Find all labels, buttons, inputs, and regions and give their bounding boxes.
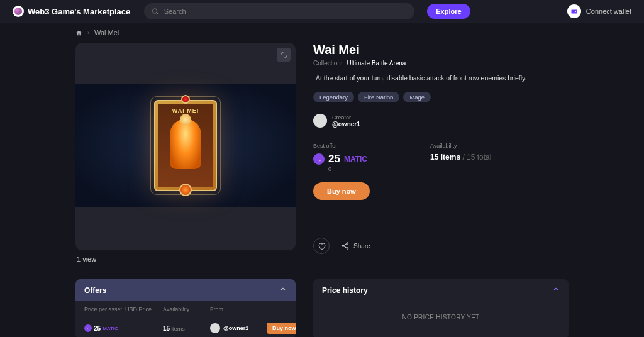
heart-icon bbox=[318, 242, 326, 250]
best-offer-value: 25 bbox=[328, 153, 340, 165]
table-row: 25 MATIC --- 15items @owner1 Buy now bbox=[75, 318, 296, 337]
cell-price-currency: MATIC bbox=[103, 326, 118, 331]
tag-faction[interactable]: Fire Nation bbox=[358, 92, 399, 102]
availability-stat: Availability 15 items / 15 total bbox=[430, 143, 491, 172]
tag-rarity[interactable]: Legendary bbox=[313, 92, 354, 102]
svg-line-1 bbox=[157, 13, 158, 14]
view-count: 1 view bbox=[75, 250, 296, 268]
cell-price-value: 25 bbox=[94, 325, 101, 332]
share-icon bbox=[341, 241, 350, 250]
media-card: WAI MEI bbox=[75, 43, 296, 250]
connect-wallet-label: Connect wallet bbox=[586, 8, 631, 15]
offers-title: Offers bbox=[84, 286, 106, 295]
svg-point-2 bbox=[347, 243, 348, 244]
tag-class[interactable]: Mage bbox=[403, 92, 431, 102]
nft-image: WAI MEI bbox=[75, 84, 296, 207]
card-artwork: WAI MEI bbox=[154, 100, 217, 191]
creator-avatar bbox=[313, 114, 327, 128]
cell-usd: --- bbox=[125, 325, 163, 332]
logo-icon bbox=[13, 6, 24, 17]
creator-handle: @owner1 bbox=[332, 121, 360, 128]
brand-text: Web3 Game's Marketplace bbox=[28, 7, 130, 16]
price-history-panel: Price history NO PRICE HISTORY YET bbox=[313, 279, 569, 337]
svg-point-3 bbox=[342, 245, 343, 246]
collection-line: Collection: Ultimate Battle Arena bbox=[313, 60, 569, 67]
search-container[interactable] bbox=[144, 3, 414, 19]
no-price-history: NO PRICE HISTORY YET bbox=[313, 301, 569, 333]
connect-wallet[interactable]: Connect wallet bbox=[567, 4, 631, 18]
offers-table-head: Price per asset USD Price Availability F… bbox=[75, 301, 296, 318]
share-label: Share bbox=[353, 243, 370, 250]
best-offer-currency: MATIC bbox=[344, 155, 367, 163]
availability-label: Availability bbox=[430, 143, 491, 149]
avatar bbox=[210, 323, 220, 333]
creator-label: Creator bbox=[332, 114, 360, 121]
col-usd: USD Price bbox=[125, 306, 163, 312]
price-history-header[interactable]: Price history bbox=[313, 279, 569, 301]
row-buy-button[interactable]: Buy now bbox=[267, 323, 296, 334]
svg-point-0 bbox=[153, 9, 157, 13]
svg-point-4 bbox=[347, 248, 348, 249]
header: Web3 Game's Marketplace Explore Connect … bbox=[0, 0, 644, 23]
search-input[interactable] bbox=[164, 8, 408, 15]
best-offer-label: Best offer bbox=[313, 143, 367, 149]
collection-label: Collection: bbox=[313, 60, 343, 67]
breadcrumb: › Wai Mei bbox=[0, 23, 644, 43]
expand-button[interactable] bbox=[277, 48, 291, 62]
cell-from[interactable]: @owner1 bbox=[210, 323, 267, 333]
item-title: Wai Mei bbox=[313, 43, 569, 57]
wallet-icon bbox=[567, 4, 581, 18]
offers-panel: Offers Price per asset USD Price Availab… bbox=[75, 279, 296, 337]
share-button[interactable]: Share bbox=[341, 241, 370, 250]
from-handle: @owner1 bbox=[223, 325, 248, 331]
offers-header[interactable]: Offers bbox=[75, 279, 296, 301]
chevron-right-icon: › bbox=[87, 30, 89, 36]
col-price: Price per asset bbox=[84, 306, 125, 312]
best-offer-usd: 0 bbox=[328, 166, 367, 172]
home-icon[interactable] bbox=[75, 30, 82, 36]
col-availability: Availability bbox=[163, 306, 210, 312]
search-icon bbox=[152, 8, 158, 15]
explore-button[interactable]: Explore bbox=[427, 4, 470, 19]
favorite-button[interactable] bbox=[313, 238, 330, 254]
brand-logo[interactable]: Web3 Game's Marketplace bbox=[13, 6, 130, 17]
item-description: At the start of your turn, disable basic… bbox=[313, 74, 569, 82]
chevron-up-icon[interactable] bbox=[552, 285, 560, 295]
availability-items: 15 items bbox=[430, 153, 460, 162]
svg-line-5 bbox=[344, 244, 347, 246]
col-from: From bbox=[210, 306, 267, 312]
chevron-up-icon[interactable] bbox=[279, 285, 287, 295]
buy-now-button[interactable]: Buy now bbox=[313, 182, 370, 200]
collection-name[interactable]: Ultimate Battle Arena bbox=[347, 60, 406, 67]
price-history-title: Price history bbox=[322, 286, 368, 295]
creator-row[interactable]: Creator @owner1 bbox=[313, 114, 569, 128]
cell-availability: 15items bbox=[163, 325, 210, 332]
cell-price: 25 MATIC bbox=[84, 324, 125, 332]
polygon-icon bbox=[84, 324, 92, 332]
polygon-icon bbox=[313, 153, 325, 165]
svg-line-6 bbox=[344, 246, 347, 248]
best-offer-stat: Best offer 25 MATIC 0 bbox=[313, 143, 367, 172]
availability-total: / 15 total bbox=[462, 153, 491, 162]
expand-icon bbox=[280, 52, 287, 58]
breadcrumb-current: Wai Mei bbox=[94, 29, 119, 36]
tags: Legendary Fire Nation Mage bbox=[313, 92, 569, 102]
